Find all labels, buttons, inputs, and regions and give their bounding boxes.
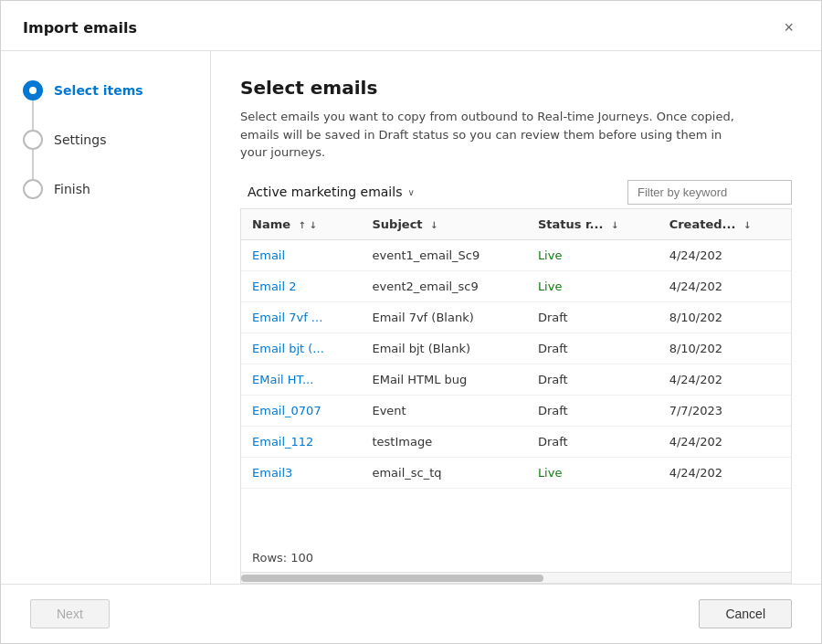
email-table: Name ↑ ↓ Subject ↓ Status r... ↓ xyxy=(241,209,791,489)
cell-name[interactable]: Email_112 xyxy=(241,426,361,457)
dialog-footer: Next Cancel xyxy=(1,584,821,643)
cell-name[interactable]: Email 2 xyxy=(241,270,361,301)
step-label-select-items: Select items xyxy=(54,83,143,98)
step-circle-settings xyxy=(23,130,43,150)
sort-icon-subject: ↓ xyxy=(430,220,437,230)
cell-created: 4/24/202 xyxy=(659,426,791,457)
cell-subject: testImage xyxy=(361,426,526,457)
sort-icon-name: ↑ ↓ xyxy=(299,220,317,230)
sort-icon-status: ↓ xyxy=(611,220,618,230)
cell-created: 4/24/202 xyxy=(659,364,791,395)
next-button[interactable]: Next xyxy=(30,599,110,628)
cell-created: 4/24/202 xyxy=(659,239,791,270)
table-header-row: Name ↑ ↓ Subject ↓ Status r... ↓ xyxy=(241,209,791,240)
table-row[interactable]: Emailevent1_email_Sc9Live4/24/202 xyxy=(241,239,791,270)
cell-created: 8/10/202 xyxy=(659,301,791,333)
step-row-select-items: Select items xyxy=(23,80,188,100)
table-row[interactable]: Email3email_sc_tqLive4/24/202 xyxy=(241,457,791,488)
sidebar: Select items Settings Finish xyxy=(1,51,211,584)
sort-icon-created: ↓ xyxy=(743,220,751,230)
cell-subject: event1_email_Sc9 xyxy=(361,239,526,270)
step-connector-2 xyxy=(32,150,34,179)
cell-status: Draft xyxy=(527,333,659,364)
cell-status: Live xyxy=(527,457,659,488)
col-header-created[interactable]: Created... ↓ xyxy=(659,209,791,240)
section-title: Select emails xyxy=(240,77,792,99)
cell-subject: Email bjt (Blank) xyxy=(361,333,526,364)
toolbar: Active marketing emails ∨ xyxy=(240,180,792,205)
cell-subject: Email 7vf (Blank) xyxy=(361,301,526,333)
step-circle-finish xyxy=(23,179,43,199)
horizontal-scrollbar[interactable] xyxy=(240,573,792,584)
email-table-wrapper[interactable]: Name ↑ ↓ Subject ↓ Status r... ↓ xyxy=(240,208,792,544)
dialog-body: Select items Settings Finish Select emai… xyxy=(1,51,821,584)
cell-name[interactable]: Email_0707 xyxy=(241,395,361,426)
col-header-subject[interactable]: Subject ↓ xyxy=(361,209,526,240)
cell-name[interactable]: Email xyxy=(241,239,361,270)
col-header-name[interactable]: Name ↑ ↓ xyxy=(241,209,361,240)
scrollbar-thumb xyxy=(241,575,543,582)
steps-container: Select items Settings Finish xyxy=(23,80,188,199)
section-description: Select emails you want to copy from outb… xyxy=(240,108,752,162)
cell-status: Draft xyxy=(527,364,659,395)
filter-dropdown[interactable]: Active marketing emails ∨ xyxy=(240,181,422,203)
cell-created: 7/7/2023 xyxy=(659,395,791,426)
cell-created: 4/24/202 xyxy=(659,270,791,301)
chevron-down-icon: ∨ xyxy=(407,187,414,197)
step-label-settings: Settings xyxy=(54,132,106,147)
import-emails-dialog: Import emails × Select items Settings xyxy=(0,0,822,644)
cell-status: Draft xyxy=(527,426,659,457)
table-row[interactable]: Email_112testImageDraft4/24/202 xyxy=(241,426,791,457)
main-content: Select emails Select emails you want to … xyxy=(211,51,821,584)
cell-subject: email_sc_tq xyxy=(361,457,526,488)
cell-status: Live xyxy=(527,239,659,270)
step-row-finish: Finish xyxy=(23,179,188,199)
dialog-title: Import emails xyxy=(23,19,137,37)
filter-dropdown-label: Active marketing emails xyxy=(248,185,402,199)
keyword-filter-input[interactable] xyxy=(627,180,792,205)
table-row[interactable]: EMail HT...EMail HTML bugDraft4/24/202 xyxy=(241,364,791,395)
cell-name[interactable]: EMail HT... xyxy=(241,364,361,395)
cell-name[interactable]: Email bjt (... xyxy=(241,333,361,364)
cell-subject: EMail HTML bug xyxy=(361,364,526,395)
step-connector-1 xyxy=(32,100,34,130)
table-row[interactable]: Email bjt (...Email bjt (Blank)Draft8/10… xyxy=(241,333,791,364)
rows-info: Rows: 100 xyxy=(240,544,792,573)
dialog-header: Import emails × xyxy=(1,1,821,51)
close-button[interactable]: × xyxy=(778,17,799,37)
cell-created: 4/24/202 xyxy=(659,457,791,488)
step-row-settings: Settings xyxy=(23,130,188,150)
table-row[interactable]: Email_0707EventDraft7/7/2023 xyxy=(241,395,791,426)
cell-subject: event2_email_sc9 xyxy=(361,270,526,301)
cell-status: Live xyxy=(527,270,659,301)
cell-status: Draft xyxy=(527,301,659,333)
table-row[interactable]: Email 7vf ...Email 7vf (Blank)Draft8/10/… xyxy=(241,301,791,333)
cell-name[interactable]: Email 7vf ... xyxy=(241,301,361,333)
cell-subject: Event xyxy=(361,395,526,426)
table-row[interactable]: Email 2event2_email_sc9Live4/24/202 xyxy=(241,270,791,301)
cell-name[interactable]: Email3 xyxy=(241,457,361,488)
step-label-finish: Finish xyxy=(54,182,90,196)
cell-created: 8/10/202 xyxy=(659,333,791,364)
step-circle-select-items xyxy=(23,80,43,100)
cell-status: Draft xyxy=(527,395,659,426)
col-header-status[interactable]: Status r... ↓ xyxy=(527,209,659,240)
cancel-button[interactable]: Cancel xyxy=(699,599,792,628)
